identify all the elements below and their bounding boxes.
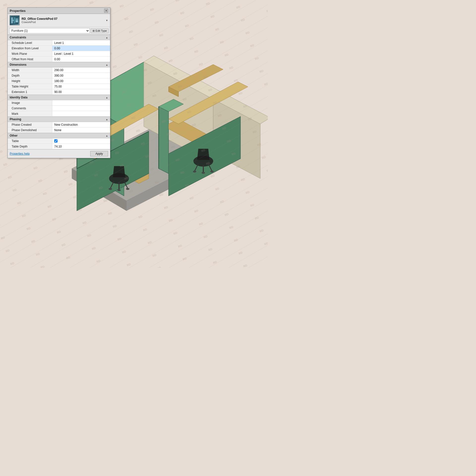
- section-phasing-arrow: ▲: [106, 118, 108, 121]
- section-identity-data[interactable]: Identity Data ▲: [8, 95, 110, 100]
- properties-help-link[interactable]: Properties help: [10, 152, 30, 155]
- svg-point-34: [193, 171, 196, 173]
- svg-point-26: [109, 188, 112, 190]
- element-icon: [10, 15, 20, 25]
- prop-label-offset-from-host: Offset from Host: [8, 57, 52, 62]
- section-identity-data-label: Identity Data: [10, 96, 28, 99]
- prop-elevation-from-level: Elevation from Level 0.00: [8, 46, 110, 51]
- section-phasing[interactable]: Phasing ▲: [8, 117, 110, 122]
- prop-label-width: Width: [8, 67, 52, 73]
- prop-label-work-plane: Work Plane: [8, 51, 52, 56]
- edit-type-icon: ⊞: [92, 29, 95, 32]
- prop-value-table-height: 75.00: [52, 84, 110, 89]
- svg-marker-30: [197, 149, 209, 160]
- element-type: CoworkPod: [22, 21, 104, 24]
- prop-label-phase-created: Phase Created: [8, 122, 52, 127]
- properties-panel: Properties ✕ RD_Office CoworkPod 07 Cowo…: [7, 7, 110, 158]
- svg-point-35: [210, 171, 214, 173]
- section-dimensions-label: Dimensions: [10, 63, 27, 66]
- prop-width: Width 290.00: [8, 67, 110, 73]
- prop-mark: Mark: [8, 111, 110, 117]
- prop-image: Image: [8, 100, 110, 106]
- prop-value-phase-created: New Construction: [52, 122, 110, 127]
- prop-value-phase-demolished: None: [52, 127, 110, 133]
- prop-offset-from-host: Offset from Host 0.00: [8, 57, 110, 62]
- section-other[interactable]: Other ▲: [8, 133, 110, 138]
- section-other-label: Other: [10, 134, 18, 137]
- panel-titlebar: Properties ✕: [8, 8, 110, 14]
- svg-point-27: [126, 188, 129, 190]
- prop-label-table: Table: [8, 138, 52, 144]
- element-info: RD_Office CoworkPod 07 CoworkPod ▼: [8, 14, 110, 27]
- prop-value-depth: 390.00: [52, 73, 110, 78]
- prop-label-depth: Depth: [8, 73, 52, 78]
- section-dimensions[interactable]: Dimensions ▲: [8, 62, 110, 67]
- prop-table: Table: [8, 138, 110, 144]
- prop-value-elevation-from-level[interactable]: 0.00: [52, 46, 110, 51]
- prop-label-extension-1: Extension 1: [8, 89, 52, 94]
- svg-marker-22: [113, 166, 125, 177]
- prop-value-width: 290.00: [52, 67, 110, 73]
- svg-point-28: [117, 189, 121, 191]
- prop-value-table[interactable]: [52, 138, 110, 144]
- svg-marker-11: [159, 107, 169, 174]
- prop-value-work-plane: Level : Level 1: [52, 51, 110, 56]
- element-dropdown-arrow[interactable]: ▼: [106, 19, 108, 22]
- section-phasing-label: Phasing: [10, 118, 21, 121]
- section-dimensions-arrow: ▲: [106, 63, 108, 66]
- svg-point-36: [202, 172, 205, 174]
- prop-phase-demolished: Phase Demolished None: [8, 127, 110, 133]
- prop-value-comments: [52, 106, 110, 111]
- type-dropdown[interactable]: Furniture (1): [9, 28, 90, 33]
- prop-comments: Comments: [8, 106, 110, 111]
- svg-rect-45: [16, 18, 18, 20]
- section-constraints[interactable]: Constraints ▲: [8, 35, 110, 40]
- apply-button[interactable]: Apply: [90, 151, 108, 156]
- prop-label-image: Image: [8, 100, 52, 105]
- section-constraints-arrow: ▲: [106, 36, 108, 39]
- section-identity-data-arrow: ▲: [106, 96, 108, 99]
- prop-work-plane: Work Plane Level : Level 1: [8, 51, 110, 57]
- prop-label-comments: Comments: [8, 106, 52, 111]
- prop-value-extension-1: 90.00: [52, 89, 110, 94]
- edit-type-label: Edit Type: [95, 29, 107, 32]
- prop-table-depth: Table Depth 74.10: [8, 144, 110, 149]
- edit-type-button[interactable]: ⊞ Edit Type: [91, 29, 109, 33]
- prop-value-offset-from-host: 0.00: [52, 57, 110, 62]
- prop-value-schedule-level: Level 1: [52, 40, 110, 45]
- prop-extension-1: Extension 1 90.00: [8, 89, 110, 95]
- prop-height: Height 180.00: [8, 78, 110, 84]
- prop-phase-created: Phase Created New Construction: [8, 122, 110, 127]
- prop-label-table-depth: Table Depth: [8, 144, 52, 149]
- prop-value-image: [52, 100, 110, 105]
- prop-label-phase-demolished: Phase Demolished: [8, 127, 52, 133]
- prop-schedule-level: Schedule Level Level 1: [8, 40, 110, 46]
- panel-title: Properties: [10, 9, 26, 13]
- prop-label-mark: Mark: [8, 111, 52, 116]
- prop-depth: Depth 390.00: [8, 73, 110, 78]
- prop-label-elevation-from-level: Elevation from Level: [8, 46, 52, 51]
- prop-table-height: Table Height 75.00: [8, 84, 110, 89]
- prop-value-height: 180.00: [52, 78, 110, 84]
- section-other-arrow: ▲: [106, 134, 108, 137]
- prop-label-height: Height: [8, 78, 52, 84]
- element-name: RD_Office CoworkPod 07: [22, 17, 104, 21]
- prop-label-table-height: Table Height: [8, 84, 52, 89]
- prop-label-schedule-level: Schedule Level: [8, 40, 52, 45]
- titlebar-left: Properties: [10, 9, 26, 13]
- panel-footer: Properties help Apply: [8, 149, 110, 158]
- prop-value-table-depth: 74.10: [52, 144, 110, 149]
- element-details: RD_Office CoworkPod 07 CoworkPod: [22, 17, 104, 24]
- table-checkbox[interactable]: [54, 139, 58, 143]
- prop-value-mark: [52, 111, 110, 116]
- section-constraints-label: Constraints: [10, 36, 26, 39]
- close-button[interactable]: ✕: [104, 9, 108, 13]
- svg-rect-43: [14, 17, 15, 23]
- type-selector: Furniture (1) ⊞ Edit Type: [8, 27, 110, 35]
